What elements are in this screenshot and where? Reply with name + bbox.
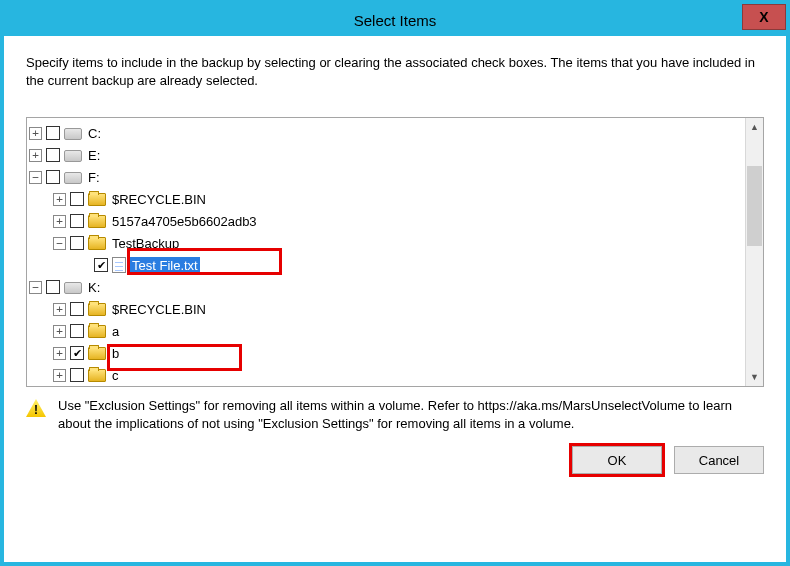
file-icon (112, 257, 126, 273)
checkbox[interactable] (46, 148, 60, 162)
ok-button-label: OK (608, 453, 627, 468)
node-label: $RECYCLE.BIN (110, 301, 208, 318)
expand-icon[interactable]: + (29, 149, 42, 162)
checkbox[interactable] (46, 170, 60, 184)
checkbox[interactable] (70, 346, 84, 360)
tree-node-folder-testbackup[interactable]: − TestBackup (29, 232, 743, 254)
folder-icon (88, 303, 106, 316)
tree-node-folder[interactable]: + $RECYCLE.BIN (29, 188, 743, 210)
node-label: c (110, 367, 121, 384)
node-label: F: (86, 169, 102, 186)
scrollbar[interactable]: ▲ ▼ (745, 118, 763, 386)
folder-icon (88, 325, 106, 338)
checkbox[interactable] (70, 192, 84, 206)
folder-icon (88, 237, 106, 250)
checkbox[interactable] (70, 236, 84, 250)
scroll-down-button[interactable]: ▼ (746, 368, 763, 386)
cancel-button[interactable]: Cancel (674, 446, 764, 474)
tree-node-folder[interactable]: + $RECYCLE.BIN (29, 298, 743, 320)
titlebar: Select Items X (4, 4, 786, 36)
select-items-dialog: Select Items X Specify items to include … (0, 0, 790, 566)
tree-node-folder-c[interactable]: + c (29, 364, 743, 386)
checkbox[interactable] (70, 302, 84, 316)
dialog-title: Select Items (354, 12, 437, 29)
expand-icon[interactable]: + (53, 193, 66, 206)
dialog-body: Specify items to include in the backup b… (4, 36, 786, 562)
expand-icon[interactable]: + (53, 347, 66, 360)
node-label: Test File.txt (130, 257, 200, 274)
collapse-icon[interactable]: − (29, 171, 42, 184)
checkbox[interactable] (70, 324, 84, 338)
expand-icon[interactable]: + (53, 215, 66, 228)
expand-icon[interactable]: + (53, 303, 66, 316)
expand-icon[interactable]: + (53, 325, 66, 338)
tree-node-file-testfile[interactable]: + Test File.txt (29, 254, 743, 276)
node-label: K: (86, 279, 102, 296)
folder-icon (88, 347, 106, 360)
node-label: 5157a4705e5b6602adb3 (110, 213, 259, 230)
item-tree[interactable]: + C: + E: − F: (27, 118, 745, 386)
drive-icon (64, 128, 82, 140)
checkbox[interactable] (46, 280, 60, 294)
collapse-icon[interactable]: − (29, 281, 42, 294)
scroll-thumb[interactable] (747, 166, 762, 246)
tree-node-drive-c[interactable]: + C: (29, 122, 743, 144)
tree-container: + C: + E: − F: (26, 117, 764, 387)
drive-icon (64, 172, 82, 184)
info-text: Use "Exclusion Settings" for removing al… (58, 397, 764, 432)
info-row: Use "Exclusion Settings" for removing al… (26, 397, 764, 432)
tree-node-drive-f[interactable]: − F: (29, 166, 743, 188)
drive-icon (64, 150, 82, 162)
expand-icon[interactable]: + (53, 369, 66, 382)
folder-icon (88, 193, 106, 206)
warning-icon (26, 399, 46, 417)
checkbox[interactable] (94, 258, 108, 272)
tree-node-drive-e[interactable]: + E: (29, 144, 743, 166)
expand-icon[interactable]: + (29, 127, 42, 140)
node-label: a (110, 323, 121, 340)
tree-node-folder[interactable]: + 5157a4705e5b6602adb3 (29, 210, 743, 232)
close-icon: X (759, 9, 768, 25)
folder-icon (88, 369, 106, 382)
button-row: OK Cancel (26, 446, 764, 474)
checkbox[interactable] (46, 126, 60, 140)
close-button[interactable]: X (742, 4, 786, 30)
cancel-button-label: Cancel (699, 453, 739, 468)
node-label: b (110, 345, 121, 362)
checkbox[interactable] (70, 214, 84, 228)
tree-node-folder-a[interactable]: + a (29, 320, 743, 342)
scroll-track[interactable] (746, 136, 763, 368)
node-label: TestBackup (110, 235, 181, 252)
node-label: E: (86, 147, 102, 164)
scroll-up-button[interactable]: ▲ (746, 118, 763, 136)
tree-node-drive-k[interactable]: − K: (29, 276, 743, 298)
instructions-text: Specify items to include in the backup b… (26, 54, 764, 89)
folder-icon (88, 215, 106, 228)
ok-button[interactable]: OK (572, 446, 662, 474)
drive-icon (64, 282, 82, 294)
collapse-icon[interactable]: − (53, 237, 66, 250)
checkbox[interactable] (70, 368, 84, 382)
node-label: $RECYCLE.BIN (110, 191, 208, 208)
expand-spacer: + (77, 259, 90, 272)
node-label: C: (86, 125, 103, 142)
tree-node-folder-b[interactable]: + b (29, 342, 743, 364)
